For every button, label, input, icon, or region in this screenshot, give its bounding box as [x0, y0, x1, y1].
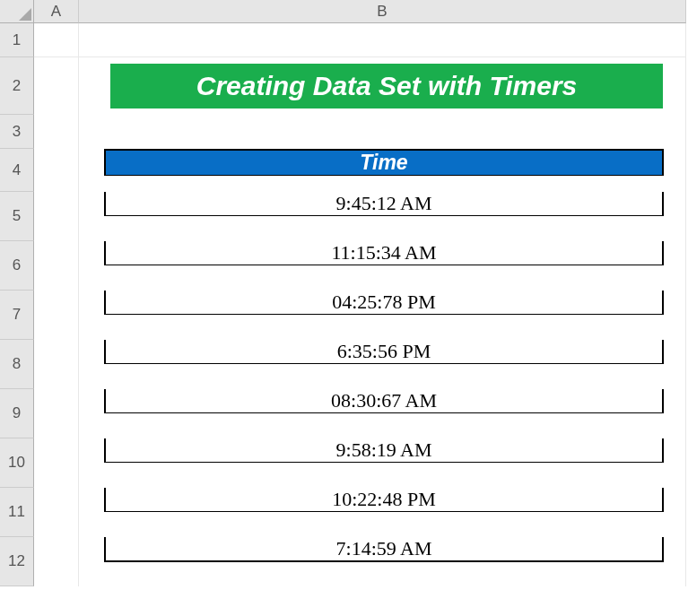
- cell-B3[interactable]: [79, 115, 686, 149]
- cell-A9[interactable]: [34, 389, 79, 438]
- table-row: 04:25:78 PM: [104, 291, 664, 315]
- cell-A7[interactable]: [34, 291, 79, 340]
- cell-B10[interactable]: 9:58:19 AM: [79, 438, 686, 488]
- cell-A6[interactable]: [34, 241, 79, 291]
- cell-B8[interactable]: 6:35:56 PM: [79, 340, 686, 389]
- table-row: 9:45:12 AM: [104, 192, 664, 216]
- cell-A10[interactable]: [34, 438, 79, 488]
- table-row: 7:14:59 AM: [104, 537, 664, 562]
- cell-A1[interactable]: [34, 23, 79, 57]
- row-header-6[interactable]: 6: [0, 241, 34, 291]
- col-header-B[interactable]: B: [79, 0, 686, 23]
- row-header-11[interactable]: 11: [0, 488, 34, 537]
- cell-A3[interactable]: [34, 115, 79, 149]
- cell-A4[interactable]: [34, 149, 79, 192]
- cell-B5[interactable]: 9:45:12 AM: [79, 192, 686, 241]
- cell-B7[interactable]: 04:25:78 PM: [79, 291, 686, 340]
- row-header-12[interactable]: 12: [0, 537, 34, 586]
- table-header: Time: [104, 149, 664, 176]
- select-all-icon: [19, 8, 31, 21]
- table-row: 6:35:56 PM: [104, 340, 664, 364]
- row-header-5[interactable]: 5: [0, 192, 34, 241]
- row-header-4[interactable]: 4: [0, 149, 34, 192]
- svg-marker-0: [19, 8, 31, 21]
- row-header-9[interactable]: 9: [0, 389, 34, 438]
- cell-B6[interactable]: 11:15:34 AM: [79, 241, 686, 291]
- table-row: 9:58:19 AM: [104, 438, 664, 463]
- cell-A5[interactable]: [34, 192, 79, 241]
- col-header-A[interactable]: A: [34, 0, 79, 23]
- row-header-1[interactable]: 1: [0, 23, 34, 57]
- cell-B1[interactable]: [79, 23, 686, 57]
- row-header-7[interactable]: 7: [0, 291, 34, 340]
- cell-A2[interactable]: [34, 57, 79, 115]
- cell-B12[interactable]: 7:14:59 AM: [79, 537, 686, 586]
- cell-B4[interactable]: Time: [79, 149, 686, 192]
- table-row: 10:22:48 PM: [104, 488, 664, 512]
- cell-B9[interactable]: 08:30:67 AM: [79, 389, 686, 438]
- cell-A11[interactable]: [34, 488, 79, 537]
- cell-A8[interactable]: [34, 340, 79, 389]
- title-banner: Creating Data Set with Timers: [110, 64, 663, 108]
- cell-B11[interactable]: 10:22:48 PM: [79, 488, 686, 537]
- row-header-8[interactable]: 8: [0, 340, 34, 389]
- row-header-3[interactable]: 3: [0, 115, 34, 149]
- table-row: 08:30:67 AM: [104, 389, 664, 413]
- select-all-corner[interactable]: [0, 0, 34, 23]
- row-header-2[interactable]: 2: [0, 57, 34, 115]
- cell-A12[interactable]: [34, 537, 79, 586]
- spreadsheet-grid: A B 1 2 Creating Data Set with Timers 3 …: [0, 0, 688, 586]
- table-row: 11:15:34 AM: [104, 241, 664, 265]
- row-header-10[interactable]: 10: [0, 438, 34, 488]
- cell-B2[interactable]: Creating Data Set with Timers: [79, 57, 686, 115]
